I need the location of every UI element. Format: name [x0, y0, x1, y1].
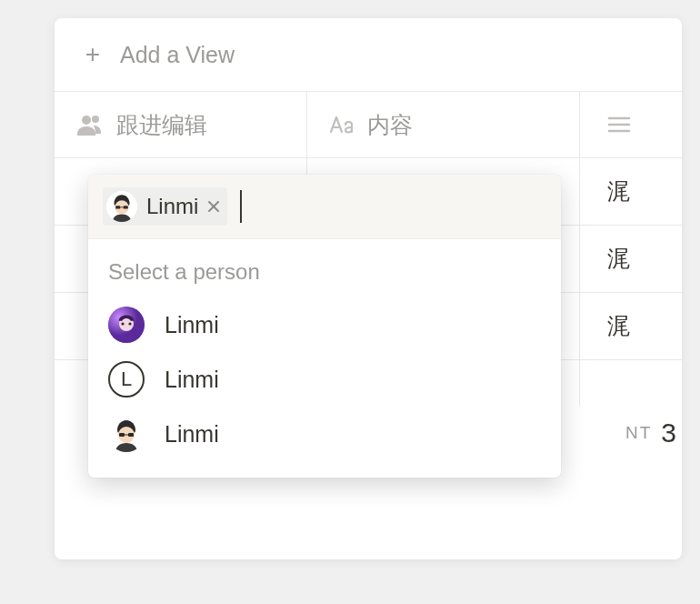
avatar-icon: [108, 307, 145, 343]
column-header-person[interactable]: 跟进编辑: [55, 92, 307, 157]
person-option-label: Linmi: [165, 421, 219, 448]
svg-point-15: [128, 322, 131, 325]
svg-rect-8: [124, 206, 128, 208]
cell-tags[interactable]: 浘: [580, 293, 682, 359]
person-option[interactable]: Linmi: [97, 407, 552, 461]
column-label: 内容: [367, 110, 413, 140]
person-input-row[interactable]: Linmi: [88, 175, 561, 239]
count-value: 3: [661, 418, 676, 448]
svg-point-1: [92, 116, 99, 123]
avatar-icon: [108, 416, 145, 452]
column-header-title[interactable]: 内容: [307, 92, 580, 157]
cell-tags[interactable]: 浘: [580, 226, 682, 292]
chip-name: Linmi: [146, 194, 198, 219]
add-view-button[interactable]: + Add a View: [55, 18, 682, 91]
person-option[interactable]: L Linmi: [97, 352, 552, 407]
dropdown-prompt: Select a person: [88, 239, 561, 294]
person-search-input[interactable]: [240, 190, 276, 223]
count-label: NT: [625, 423, 652, 443]
svg-point-0: [82, 116, 91, 125]
people-icon: [76, 114, 104, 136]
table-header-row: 跟进编辑 内容: [55, 91, 682, 158]
person-option-label: Linmi: [165, 312, 219, 338]
avatar-letter-icon: L: [108, 361, 145, 398]
svg-rect-19: [128, 433, 134, 437]
svg-rect-18: [119, 433, 125, 437]
person-option[interactable]: Linmi: [97, 297, 552, 352]
svg-rect-20: [125, 435, 128, 436]
person-option-label: Linmi: [165, 367, 219, 393]
column-header-multiselect[interactable]: [580, 92, 682, 157]
svg-point-14: [121, 322, 124, 325]
text-aa-icon: [329, 116, 355, 134]
person-select-popover: Linmi Select a person Linmi: [88, 175, 561, 478]
cell-tags[interactable]: [580, 360, 682, 406]
cell-tags[interactable]: 浘: [580, 158, 682, 225]
avatar-icon: [106, 191, 137, 222]
dropdown-options: Linmi L Linmi Linmi: [88, 294, 561, 478]
add-view-label: Add a View: [120, 42, 235, 68]
column-label: 跟进编辑: [116, 110, 207, 140]
svg-rect-9: [120, 206, 123, 207]
svg-rect-7: [115, 206, 120, 208]
remove-chip-icon[interactable]: [207, 200, 220, 213]
list-icon: [607, 116, 631, 134]
plus-icon: +: [80, 40, 105, 69]
selected-person-chip[interactable]: Linmi: [103, 187, 227, 226]
